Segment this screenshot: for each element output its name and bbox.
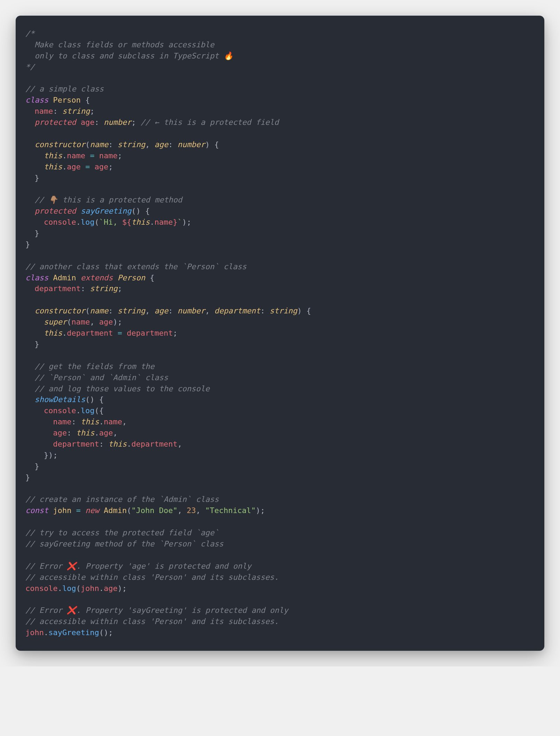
token-c: // accessible within class 'Person' and … — [25, 617, 279, 626]
token-cls: Admin — [104, 506, 127, 515]
token-op: = — [85, 162, 90, 171]
token-ty: string — [90, 284, 117, 293]
token-p: . — [62, 329, 67, 337]
token-var: department — [131, 440, 177, 448]
token-ti: ${ — [122, 218, 131, 226]
token-mod: protected — [35, 118, 76, 127]
code-block: /* Make class fields or methods accessib… — [25, 28, 535, 638]
token-p: () { — [85, 395, 104, 404]
token-op: = — [90, 151, 94, 160]
token-p: : — [67, 429, 76, 437]
token-var: console — [25, 584, 58, 593]
code-line: // get the fields from the — [25, 362, 154, 371]
token-str: `Hi, — [99, 218, 122, 226]
token-cls: Admin — [53, 273, 76, 282]
code-line: // Error ❌. Property 'sayGreeting' is pr… — [25, 606, 288, 615]
token-var: department — [127, 329, 173, 337]
token-p — [48, 506, 53, 515]
token-p: ( — [67, 318, 71, 326]
token-var: john — [25, 628, 44, 637]
code-line: const john = new Admin("John Doe", 23, "… — [25, 506, 265, 515]
token-p: { — [81, 96, 90, 104]
token-p: } — [25, 174, 39, 182]
code-line: } — [25, 462, 39, 471]
code-line: constructor(name: string, age: number) { — [25, 140, 219, 149]
token-ty: number — [104, 118, 131, 127]
token-mod: new — [85, 506, 99, 515]
token-p: ( — [127, 506, 131, 515]
token-prm: age — [154, 306, 168, 315]
token-var: age — [104, 584, 118, 593]
token-p — [25, 373, 35, 382]
token-p — [25, 118, 35, 127]
token-c: only to class and subclass in TypeScript… — [25, 51, 233, 60]
token-p — [71, 506, 76, 515]
code-line: constructor(name: string, age: number, d… — [25, 306, 311, 315]
token-fnit: showDetails — [35, 395, 86, 404]
code-line: /* — [25, 29, 35, 38]
token-op: = — [76, 506, 81, 515]
token-p — [48, 96, 53, 104]
token-p — [25, 195, 35, 204]
token-prm: name — [90, 140, 108, 149]
code-line: super(name, age); — [25, 318, 122, 326]
token-p: } — [25, 240, 30, 249]
code-line: department: string; — [25, 284, 122, 293]
code-line: // accessible within class 'Person' and … — [25, 617, 279, 626]
token-p: : — [108, 140, 118, 149]
token-c: // create an instance of the `Admin` cla… — [25, 495, 219, 504]
token-p — [25, 329, 44, 337]
token-p: . — [95, 429, 99, 437]
token-var: console — [44, 406, 76, 415]
token-p: ); — [182, 218, 191, 226]
token-kw: class — [25, 273, 48, 282]
token-th: this — [76, 429, 95, 437]
token-op: = — [118, 329, 122, 337]
token-p: { — [145, 273, 154, 282]
token-ctor: constructor — [35, 306, 86, 315]
token-var: name — [53, 417, 71, 426]
token-p: ( — [95, 218, 99, 226]
code-line: john.sayGreeting(); — [25, 628, 113, 637]
token-p: , — [145, 140, 154, 149]
token-var: name — [99, 151, 118, 160]
code-line: console.log(john.age); — [25, 584, 127, 593]
token-p — [25, 384, 35, 393]
token-p — [25, 429, 53, 437]
token-var: department — [35, 284, 81, 293]
token-str: ` — [177, 218, 182, 226]
token-p — [25, 362, 35, 371]
code-line: name: this.name, — [25, 417, 127, 426]
token-p: . — [99, 584, 104, 593]
token-p — [81, 506, 85, 515]
token-c: // ← this is a protected field — [141, 118, 279, 127]
code-line: // try to access the protected field `ag… — [25, 528, 219, 537]
token-c: // get the fields from the — [35, 362, 154, 371]
token-var: john — [81, 584, 99, 593]
token-c: // sayGreeting method of the `Person` cl… — [25, 539, 224, 548]
token-p: : — [95, 118, 104, 127]
token-p: : — [168, 306, 178, 315]
token-p: , — [177, 440, 182, 448]
token-p — [85, 151, 90, 160]
token-p — [76, 273, 81, 282]
token-c: // and log those values to the console — [35, 384, 210, 393]
token-p: , — [205, 306, 215, 315]
token-c: /* — [25, 29, 35, 38]
code-line: } — [25, 229, 39, 238]
token-fn: log — [62, 584, 76, 593]
token-p — [25, 284, 35, 293]
token-p — [113, 273, 118, 282]
code-card: /* Make class fields or methods accessib… — [16, 16, 544, 651]
token-p: : — [168, 140, 178, 149]
token-cls: Person — [53, 96, 80, 104]
token-prm: age — [154, 140, 168, 149]
token-c: // `Person` and `Admin` class — [35, 373, 168, 382]
token-p: ; — [108, 162, 113, 171]
token-var: name — [67, 151, 85, 160]
token-c: Make class fields or methods accessible — [25, 40, 214, 49]
token-var: age — [53, 429, 67, 437]
token-fnit: sayGreeting — [81, 207, 131, 215]
token-c: // 👇🏽 this is a protected method — [35, 195, 182, 204]
token-p — [25, 207, 35, 215]
